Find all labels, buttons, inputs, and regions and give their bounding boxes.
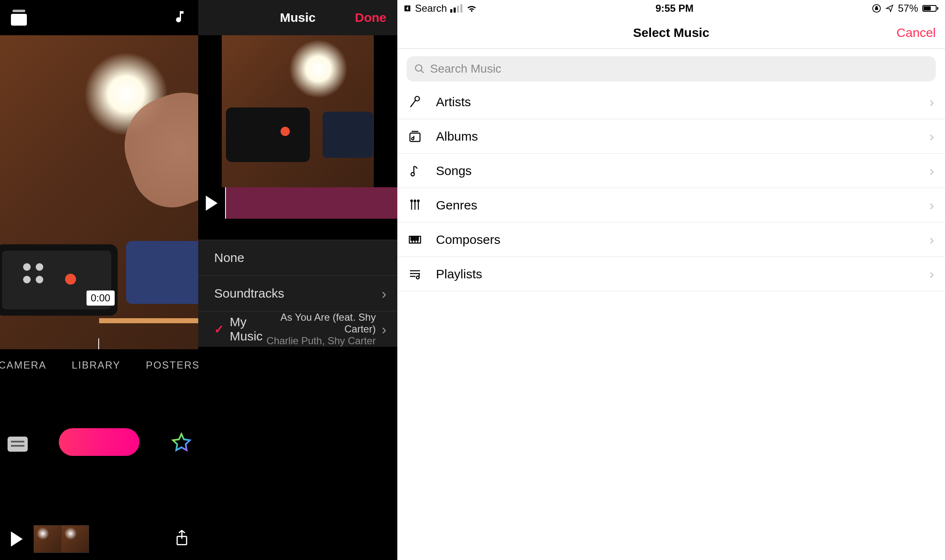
option-label: My Music bbox=[230, 315, 262, 343]
bottom-bar bbox=[0, 518, 198, 560]
note-icon bbox=[407, 164, 423, 178]
chevron-right-icon: › bbox=[382, 321, 386, 338]
select-music-screen: Search 9:55 PM 57% Select Music Cancel S… bbox=[397, 0, 945, 560]
back-label[interactable]: Search bbox=[415, 3, 447, 14]
row-label: Composers bbox=[436, 233, 917, 247]
select-music-nav: Select Music Cancel bbox=[397, 17, 945, 49]
option-label: None bbox=[214, 251, 244, 265]
tab-posters[interactable]: POSTERS bbox=[146, 359, 200, 371]
svg-rect-1 bbox=[450, 9, 452, 13]
location-icon bbox=[885, 4, 894, 13]
cellular-icon bbox=[450, 4, 463, 13]
track-title: As You Are (feat. Shy Carter) bbox=[262, 311, 375, 335]
music-play-button[interactable] bbox=[206, 196, 218, 211]
chevron-right-icon: › bbox=[929, 94, 934, 110]
row-playlists[interactable]: Playlists › bbox=[397, 257, 945, 291]
row-label: Artists bbox=[436, 95, 917, 109]
svg-rect-13 bbox=[410, 133, 420, 141]
clip-thumbnail-1[interactable] bbox=[34, 525, 61, 553]
music-icon[interactable] bbox=[172, 9, 187, 26]
svg-point-9 bbox=[415, 65, 422, 71]
guitar-icon bbox=[407, 199, 423, 212]
playlist-icon bbox=[407, 267, 423, 281]
track-artist: Charlie Puth, Shy Carter bbox=[262, 335, 375, 347]
chevron-right-icon: › bbox=[929, 128, 934, 144]
projects-icon[interactable] bbox=[11, 10, 27, 26]
share-button[interactable] bbox=[175, 529, 189, 549]
record-button[interactable] bbox=[59, 428, 139, 456]
timeline-playhead[interactable] bbox=[98, 338, 99, 349]
captions-button[interactable] bbox=[8, 437, 28, 452]
svg-point-11 bbox=[415, 96, 420, 101]
tab-camera[interactable]: CAMERA bbox=[0, 359, 47, 371]
music-title: Music bbox=[280, 10, 315, 25]
cancel-button[interactable]: Cancel bbox=[897, 26, 936, 40]
music-timeline-bar[interactable] bbox=[225, 187, 397, 219]
svg-rect-3 bbox=[457, 6, 459, 13]
row-label: Songs bbox=[436, 164, 917, 178]
search-placeholder: Search Music bbox=[430, 62, 501, 76]
wifi-icon bbox=[466, 4, 477, 13]
source-tabs: CAMERA LIBRARY POSTERS bbox=[0, 359, 198, 371]
preview-phone-right bbox=[126, 241, 198, 304]
music-nav-bar: Music Done bbox=[198, 0, 397, 35]
row-composers[interactable]: Composers › bbox=[397, 222, 945, 257]
orientation-lock-icon bbox=[872, 4, 881, 13]
row-songs[interactable]: Songs › bbox=[397, 154, 945, 188]
effects-button[interactable] bbox=[171, 432, 192, 454]
microphone-icon bbox=[407, 95, 423, 109]
timeline-track[interactable] bbox=[99, 318, 198, 323]
chevron-right-icon: › bbox=[929, 266, 934, 282]
status-bar: Search 9:55 PM 57% bbox=[397, 0, 945, 17]
album-icon bbox=[407, 130, 423, 143]
music-preview bbox=[198, 35, 397, 187]
row-albums[interactable]: Albums › bbox=[397, 119, 945, 154]
video-preview[interactable]: 0:00 bbox=[0, 35, 198, 349]
music-preview-image[interactable] bbox=[222, 35, 374, 187]
music-option-soundtracks[interactable]: Soundtracks › bbox=[198, 275, 397, 311]
svg-rect-7 bbox=[924, 6, 931, 10]
back-chevron-icon[interactable] bbox=[403, 4, 412, 13]
tab-library[interactable]: LIBRARY bbox=[72, 359, 121, 371]
check-icon: ✓ bbox=[214, 322, 224, 336]
row-genres[interactable]: Genres › bbox=[397, 188, 945, 222]
music-category-list: Artists › Albums › Songs › Genres › bbox=[397, 85, 945, 291]
clip-thumbnail-2[interactable] bbox=[61, 525, 89, 553]
clips-editor-screen: 0:00 CAMERA LIBRARY POSTERS bbox=[0, 0, 198, 560]
svg-point-15 bbox=[411, 173, 415, 176]
chevron-right-icon: › bbox=[929, 197, 934, 213]
nav-title: Select Music bbox=[633, 26, 709, 40]
status-time: 9:55 PM bbox=[656, 3, 694, 14]
chevron-right-icon: › bbox=[929, 231, 934, 248]
search-wrap: Search Music bbox=[397, 49, 945, 85]
chevron-right-icon: › bbox=[929, 162, 934, 179]
music-option-none[interactable]: None bbox=[198, 240, 397, 275]
music-option-mymusic[interactable]: ✓ My Music As You Are (feat. Shy Carter)… bbox=[198, 311, 397, 347]
row-label: Albums bbox=[436, 129, 917, 144]
row-label: Genres bbox=[436, 198, 917, 212]
svg-rect-27 bbox=[414, 236, 415, 240]
music-timeline-row bbox=[198, 187, 397, 219]
play-button[interactable] bbox=[11, 531, 23, 547]
svg-line-10 bbox=[421, 70, 424, 73]
music-options-list: None Soundtracks › ✓ My Music As You Are… bbox=[198, 240, 397, 347]
svg-line-12 bbox=[410, 100, 415, 107]
svg-rect-2 bbox=[454, 8, 456, 13]
option-label: Soundtracks bbox=[214, 286, 284, 301]
svg-rect-4 bbox=[460, 4, 462, 13]
search-input[interactable]: Search Music bbox=[407, 56, 936, 81]
battery-icon bbox=[922, 4, 939, 13]
selected-track: As You Are (feat. Shy Carter) Charlie Pu… bbox=[262, 311, 375, 347]
battery-percent: 57% bbox=[898, 3, 918, 14]
done-button[interactable]: Done bbox=[355, 10, 386, 25]
svg-rect-8 bbox=[937, 7, 938, 10]
row-label: Playlists bbox=[436, 267, 917, 281]
music-selection-screen: Music Done None Soundtracks › ✓ My Music bbox=[198, 0, 397, 560]
piano-icon bbox=[407, 233, 423, 246]
timestamp-badge: 0:00 bbox=[87, 290, 115, 306]
svg-rect-26 bbox=[411, 236, 413, 240]
svg-rect-28 bbox=[417, 236, 418, 240]
row-artists[interactable]: Artists › bbox=[397, 85, 945, 119]
top-bar bbox=[0, 0, 198, 35]
search-icon bbox=[414, 63, 425, 74]
